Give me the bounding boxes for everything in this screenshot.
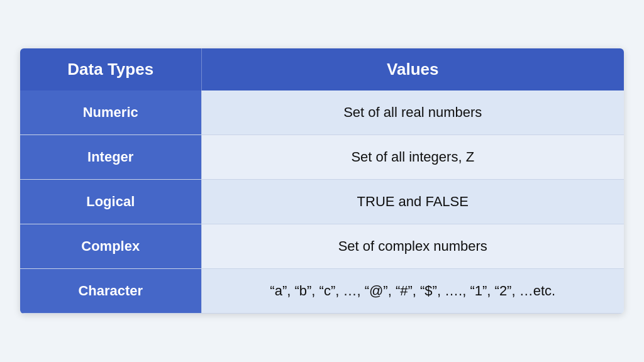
data-types-table: Data Types Values NumericSet of all real… (20, 48, 624, 314)
value-cell: Set of all integers, Z (201, 135, 624, 180)
value-cell: Set of complex numbers (201, 224, 624, 269)
data-type-cell: Character (20, 269, 201, 314)
value-cell: Set of all real numbers (201, 90, 624, 135)
data-type-cell: Integer (20, 135, 201, 180)
data-type-cell: Numeric (20, 90, 201, 135)
table-row: LogicalTRUE and FALSE (20, 180, 624, 224)
table-row: ComplexSet of complex numbers (20, 224, 624, 269)
data-type-cell: Complex (20, 224, 201, 269)
table-row: IntegerSet of all integers, Z (20, 135, 624, 180)
table-header-row: Data Types Values (20, 48, 624, 90)
table-row: NumericSet of all real numbers (20, 90, 624, 135)
value-cell: “a”, “b”, “c”, …, “@”, “#”, “$”, …., “1”… (201, 269, 624, 314)
col-header-data-types: Data Types (20, 48, 201, 90)
value-cell: TRUE and FALSE (201, 180, 624, 224)
table-row: Character“a”, “b”, “c”, …, “@”, “#”, “$”… (20, 269, 624, 314)
data-type-cell: Logical (20, 180, 201, 224)
col-header-values: Values (201, 48, 624, 90)
